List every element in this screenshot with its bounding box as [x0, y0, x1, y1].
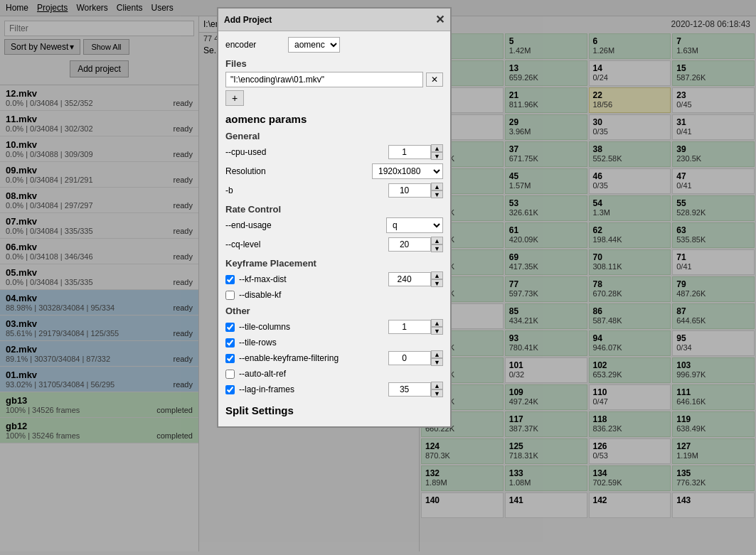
kf-max-dist-label: --kf-max-dist — [239, 274, 287, 284]
encoder-label: encoder — [225, 40, 282, 50]
resolution-row: Resolution 1920x10801280x7203840x2160 — [225, 163, 443, 179]
enable-kf-filter-spinner-btns: ▲ ▼ — [431, 350, 443, 366]
disable-kf-label: --disable-kf — [239, 290, 281, 300]
cpu-used-up[interactable]: ▲ — [431, 144, 443, 152]
encoder-row: encoder aomencx264x265svt-av1 — [225, 37, 443, 53]
enable-kf-filter-input[interactable] — [388, 351, 431, 365]
b-down[interactable]: ▼ — [431, 190, 443, 198]
kf-max-dist-up[interactable]: ▲ — [431, 271, 443, 279]
cpu-used-label: --cpu-used — [225, 147, 266, 157]
modal-close-button[interactable]: ✕ — [435, 13, 444, 26]
cpu-used-input[interactable] — [388, 145, 431, 159]
auto-alt-ref-label: --auto-alt-ref — [239, 369, 286, 379]
kf-max-dist-spinner-btns: ▲ ▼ — [431, 271, 443, 287]
files-label: Files — [225, 58, 443, 69]
end-usage-row: --end-usage qvbrcbrcq — [225, 217, 443, 233]
enable-kf-filter-left: --enable-keyframe-filtering — [225, 353, 339, 363]
tile-columns-spinner: ▲ ▼ — [388, 319, 443, 335]
enable-kf-filter-checkbox[interactable] — [225, 354, 235, 363]
tile-rows-label: --tile-rows — [239, 338, 277, 347]
kf-max-dist-down[interactable]: ▼ — [431, 279, 443, 287]
kf-max-dist-left: --kf-max-dist — [225, 274, 287, 284]
auto-alt-ref-row: --auto-alt-ref — [225, 369, 443, 379]
file-remove-button[interactable]: ✕ — [426, 72, 443, 87]
cpu-used-row: --cpu-used ▲ ▼ — [225, 144, 443, 160]
tile-columns-left: --tile-columns — [225, 322, 290, 332]
lag-in-frames-input[interactable] — [388, 382, 431, 397]
cq-level-label: --cq-level — [225, 239, 260, 249]
kf-max-dist-input[interactable] — [388, 272, 431, 286]
cq-level-row: --cq-level ▲ ▼ — [225, 237, 443, 252]
lag-in-frames-spinner-btns: ▲ ▼ — [431, 382, 443, 397]
lag-in-frames-up[interactable]: ▲ — [431, 382, 443, 389]
enable-kf-filter-spinner: ▲ ▼ — [388, 350, 443, 366]
enable-kf-filter-label: --enable-keyframe-filtering — [239, 353, 339, 363]
tile-columns-spinner-btns: ▲ ▼ — [431, 319, 443, 335]
b-input[interactable] — [388, 183, 431, 198]
keyframe-title: Keyframe Placement — [225, 258, 443, 269]
enable-kf-filter-down[interactable]: ▼ — [431, 358, 443, 366]
lag-in-frames-spinner: ▲ ▼ — [388, 382, 443, 397]
lag-in-frames-row: --lag-in-frames ▲ ▼ — [225, 382, 443, 397]
tile-columns-checkbox[interactable] — [225, 323, 235, 332]
kf-max-dist-checkbox[interactable] — [225, 275, 235, 284]
tile-columns-down[interactable]: ▼ — [431, 327, 443, 335]
cpu-used-spinner-btns: ▲ ▼ — [431, 144, 443, 160]
kf-max-dist-spinner: ▲ ▼ — [388, 271, 443, 287]
modal-titlebar: Add Project ✕ — [218, 9, 450, 31]
cq-level-up[interactable]: ▲ — [431, 237, 443, 244]
b-row: -b ▲ ▼ — [225, 183, 443, 198]
tile-columns-row: --tile-columns ▲ ▼ — [225, 319, 443, 335]
b-up[interactable]: ▲ — [431, 183, 443, 190]
general-title: General — [225, 131, 443, 141]
rate-control-title: Rate Control — [225, 204, 443, 215]
enable-kf-filter-up[interactable]: ▲ — [431, 350, 443, 358]
file-input-row: ✕ — [225, 72, 443, 87]
end-usage-label: --end-usage — [225, 220, 272, 230]
b-spinner-btns: ▲ ▼ — [431, 183, 443, 198]
disable-kf-row: --disable-kf — [225, 290, 443, 300]
modal-title: Add Project — [224, 15, 272, 25]
resolution-select[interactable]: 1920x10801280x7203840x2160 — [372, 163, 443, 179]
encoder-select[interactable]: aomencx264x265svt-av1 — [288, 37, 340, 53]
add-file-button[interactable]: + — [225, 90, 244, 106]
cq-level-down[interactable]: ▼ — [431, 244, 443, 252]
cq-level-spinner-btns: ▲ ▼ — [431, 237, 443, 252]
tile-rows-checkbox[interactable] — [225, 338, 235, 347]
params-title: aomenc params — [225, 113, 443, 125]
cpu-used-down[interactable]: ▼ — [431, 152, 443, 160]
lag-in-frames-down[interactable]: ▼ — [431, 389, 443, 397]
kf-max-dist-row: --kf-max-dist ▲ ▼ — [225, 271, 443, 287]
lag-in-frames-left: --lag-in-frames — [225, 384, 294, 394]
tile-columns-up[interactable]: ▲ — [431, 319, 443, 327]
files-section: Files ✕ + — [225, 58, 443, 106]
other-title: Other — [225, 306, 443, 316]
tile-columns-input[interactable] — [388, 320, 431, 334]
file-input[interactable] — [225, 72, 423, 87]
add-project-modal: Add Project ✕ encoder aomencx264x265svt-… — [217, 7, 452, 428]
tile-columns-label: --tile-columns — [239, 322, 290, 332]
auto-alt-ref-checkbox[interactable] — [225, 370, 235, 379]
split-title: Split Settings — [225, 404, 443, 416]
cq-level-input[interactable] — [388, 237, 431, 252]
b-label: -b — [225, 185, 233, 195]
resolution-label: Resolution — [225, 166, 266, 176]
cpu-used-spinner: ▲ ▼ — [388, 144, 443, 160]
lag-in-frames-checkbox[interactable] — [225, 385, 235, 394]
b-spinner: ▲ ▼ — [388, 183, 443, 198]
tile-rows-row: --tile-rows — [225, 338, 443, 347]
cq-level-spinner: ▲ ▼ — [388, 237, 443, 252]
disable-kf-checkbox[interactable] — [225, 291, 235, 300]
lag-in-frames-label: --lag-in-frames — [239, 384, 294, 394]
end-usage-select[interactable]: qvbrcbrcq — [386, 217, 443, 233]
modal-body: encoder aomencx264x265svt-av1 Files ✕ + … — [218, 31, 450, 426]
enable-kf-filter-row: --enable-keyframe-filtering ▲ ▼ — [225, 350, 443, 366]
